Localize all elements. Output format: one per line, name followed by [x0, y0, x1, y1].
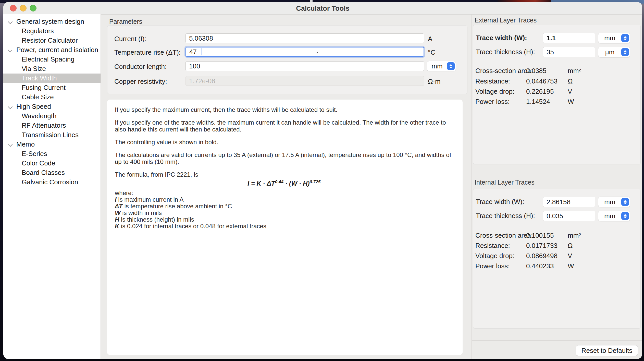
stepper-icon — [621, 212, 629, 220]
sidebar-item-power-current-isolation[interactable]: Power, current and isolation — [3, 45, 101, 55]
result-label: Cross-section area: — [475, 67, 533, 75]
mouse-cursor-dot — [317, 52, 318, 53]
result-unit: W — [568, 262, 574, 270]
result-label: Voltage drop: — [475, 252, 514, 260]
current-input[interactable] — [185, 33, 424, 43]
result-unit: V — [568, 88, 572, 95]
copper-resistivity-input — [185, 76, 424, 86]
result-value: 0.0385 — [526, 67, 547, 75]
external-trace-thickness-label: Trace thickness (H): — [476, 48, 535, 56]
conductor-length-input[interactable] — [185, 61, 424, 71]
stepper-icon — [621, 34, 629, 42]
stepper-icon — [447, 62, 455, 70]
result-label: Power loss: — [475, 262, 510, 270]
sidebar-item-resistor-calculator[interactable]: Resistor Calculator — [3, 36, 101, 45]
separator — [476, 225, 639, 225]
temp-rise-label: Temperature rise (ΔT): — [114, 49, 181, 56]
footer-separator — [472, 340, 642, 341]
calculator-tools-window: Calculator Tools General system design R… — [3, 2, 642, 359]
result-unit: W — [568, 98, 574, 106]
result-unit: mm² — [568, 67, 581, 75]
reset-to-defaults-button[interactable]: Reset to Defaults — [576, 345, 638, 356]
temp-rise-unit: °C — [428, 49, 435, 56]
result-label: Power loss: — [475, 98, 510, 106]
chevron-down-icon[interactable] — [8, 19, 13, 24]
external-trace-thickness-unit-dropdown[interactable]: μm — [598, 47, 630, 57]
result-value: 0.226195 — [526, 88, 554, 95]
result-value: 0.0869498 — [526, 252, 558, 260]
internal-trace-thickness-label: Trace thickness (H): — [476, 212, 535, 220]
sidebar-item-via-size[interactable]: Via Size — [3, 64, 101, 74]
result-unit: Ω — [568, 242, 573, 250]
chevron-down-icon[interactable] — [8, 104, 13, 109]
sidebar-item-board-classes[interactable]: Board Classes — [3, 168, 101, 177]
current-unit: A — [428, 35, 432, 43]
sidebar-item-wavelength[interactable]: Wavelength — [3, 111, 101, 121]
conductor-length-label: Conductor length: — [114, 63, 167, 71]
result-value: 0.0446753 — [526, 77, 558, 85]
description-paragraph: If you specify one of the trace widths, … — [115, 119, 455, 133]
sidebar-item-memo[interactable]: Memo — [3, 140, 101, 149]
internal-trace-width-input[interactable] — [543, 197, 595, 207]
internal-trace-width-label: Trace width (W): — [476, 198, 524, 206]
result-value: 0.0171733 — [526, 242, 558, 250]
text-caret — [202, 48, 202, 55]
sidebar-item-fusing-current[interactable]: Fusing Current — [3, 83, 101, 92]
result-label: Cross-section area: — [475, 232, 533, 239]
copper-resistivity-label: Copper resistivity: — [114, 78, 167, 86]
copper-resistivity-unit: Ω·m — [428, 78, 441, 86]
result-label: Voltage drop: — [475, 88, 514, 95]
sidebar-item-cable-size[interactable]: Cable Size — [3, 92, 101, 102]
separator — [476, 61, 639, 61]
result-value: 0.440233 — [526, 262, 554, 270]
external-section-title: External Layer Traces — [475, 17, 537, 24]
chevron-down-icon[interactable] — [8, 47, 13, 53]
where-definition: W is width in mils — [115, 210, 455, 216]
external-trace-width-label: Trace width (W): — [476, 34, 527, 42]
description-panel: If you specify the maximum current, then… — [107, 100, 463, 355]
external-trace-width-unit-dropdown[interactable]: mm — [598, 33, 630, 43]
calculator-tree: General system design Regulators Resisto… — [3, 14, 101, 359]
internal-section-title: Internal Layer Traces — [475, 179, 535, 186]
where-definition: H is thickness (height) in mils — [115, 216, 455, 223]
panel-divider — [472, 14, 472, 359]
stepper-icon — [621, 48, 629, 56]
sidebar-item-regulators[interactable]: Regulators — [3, 26, 101, 36]
ipc2221-formula: I = K · ΔT0.44 · (W · H)0.725 — [247, 179, 455, 187]
internal-trace-width-unit-dropdown[interactable]: mm — [598, 197, 630, 207]
internal-trace-thickness-input[interactable] — [543, 211, 595, 221]
result-unit: Ω — [568, 77, 573, 85]
sidebar-item-e-series[interactable]: E-Series — [3, 149, 101, 159]
stepper-icon — [621, 198, 629, 206]
result-value: 1.14524 — [526, 98, 550, 106]
sidebar-item-rf-attenuators[interactable]: RF Attenuators — [3, 121, 101, 130]
description-paragraph: The controlling value is shown in bold. — [115, 139, 455, 146]
where-definition: I is maximum current in A — [115, 196, 455, 203]
where-definition: K is 0.024 for internal traces or 0.048 … — [115, 223, 455, 230]
temp-rise-input[interactable] — [185, 47, 424, 57]
parameters-section-title: Parameters — [109, 18, 142, 25]
description-paragraph: If you specify the maximum current, then… — [115, 106, 455, 113]
description-paragraph: The calculations are valid for currents … — [115, 151, 455, 165]
description-paragraph: The formula, from IPC 2221, is — [115, 171, 455, 178]
external-trace-width-input[interactable] — [543, 33, 595, 43]
sidebar-item-transmission-lines[interactable]: Transmission Lines — [3, 130, 101, 140]
sidebar-item-track-width[interactable]: Track Width — [3, 74, 101, 83]
window-title: Calculator Tools — [3, 5, 642, 13]
result-unit: mm² — [568, 232, 581, 239]
current-label: Current (I): — [114, 35, 146, 43]
where-label: where: — [115, 190, 455, 196]
titlebar: Calculator Tools — [3, 2, 642, 15]
conductor-length-unit-dropdown[interactable]: mm — [427, 61, 456, 71]
result-value: 0.100155 — [526, 232, 554, 239]
external-trace-thickness-input[interactable] — [543, 47, 595, 57]
result-label: Resistance: — [475, 242, 510, 250]
where-definition: ΔT is temperature rise above ambient in … — [115, 203, 455, 210]
sidebar-item-general-system-design[interactable]: General system design — [3, 17, 101, 26]
chevron-down-icon[interactable] — [8, 142, 13, 147]
internal-trace-thickness-unit-dropdown[interactable]: mm — [598, 211, 630, 221]
sidebar-item-electrical-spacing[interactable]: Electrical Spacing — [3, 55, 101, 64]
sidebar-item-color-code[interactable]: Color Code — [3, 159, 101, 168]
sidebar-item-high-speed[interactable]: High Speed — [3, 102, 101, 111]
sidebar-item-galvanic-corrosion[interactable]: Galvanic Corrosion — [3, 177, 101, 187]
